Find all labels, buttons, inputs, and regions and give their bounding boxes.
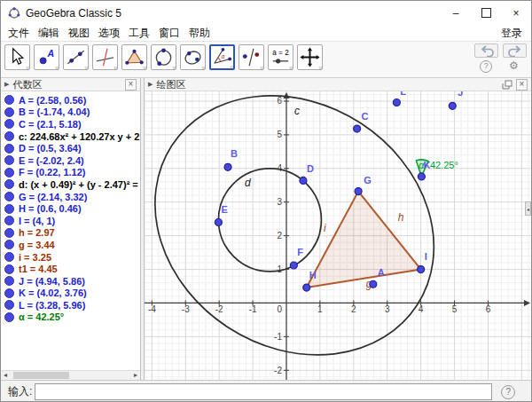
algebra-item[interactable]: g = 3.44 — [1, 239, 140, 251]
scroll-right-icon[interactable]: ▸ — [134, 371, 137, 379]
tool-dropdown-icon[interactable]: ▿ — [172, 65, 176, 72]
point-E[interactable] — [215, 218, 222, 225]
tool-dropdown-icon[interactable]: ▿ — [143, 65, 146, 72]
tool-dropdown-icon[interactable]: ▿ — [289, 65, 293, 72]
menu-item-options[interactable]: 选项 — [94, 26, 124, 41]
point-C[interactable] — [354, 125, 361, 132]
point-K[interactable] — [418, 173, 425, 180]
menu-item-tools[interactable]: 工具 — [124, 26, 154, 41]
algebra-close-icon[interactable]: × — [125, 79, 137, 91]
algebra-item[interactable]: h = 2.97 — [1, 227, 140, 240]
graphics-close-icon[interactable]: × — [516, 79, 528, 91]
algebra-item[interactable]: D = (0.5, 3.64) — [1, 142, 140, 154]
algebra-item[interactable]: E = (-2.02, 2.4) — [1, 154, 140, 167]
minimize-button[interactable]: – — [441, 1, 471, 25]
menu-item-help[interactable]: 帮助 — [184, 26, 215, 41]
algebra-hscrollbar[interactable]: ◂ ▸ — [1, 370, 140, 380]
algebra-item[interactable]: I = (4, 1) — [1, 215, 140, 227]
input-help-icon[interactable]: ? — [501, 385, 515, 399]
tool-dropdown-icon[interactable]: ▿ — [201, 65, 205, 72]
panel-collapse-handle[interactable]: ◂ — [525, 201, 531, 216]
point-H[interactable] — [303, 284, 310, 291]
move-tool[interactable]: ▿ — [4, 44, 30, 70]
tool-dropdown-icon[interactable]: ▿ — [318, 65, 322, 72]
toolbar-help-icon[interactable]: ? — [480, 60, 492, 73]
graphics-collapse-icon[interactable]: ▶ — [148, 81, 153, 88]
algebra-item[interactable]: L = (3.28, 5.96) — [1, 299, 140, 311]
graphics-canvas[interactable]: -4-3-2-1123456-2-11234560cdhigα42.25°ABC… — [145, 91, 531, 380]
algebra-collapse-icon[interactable]: ▶ — [4, 81, 9, 88]
menu-item-file[interactable]: 文件 — [4, 26, 34, 41]
tool-dropdown-icon[interactable]: ▿ — [55, 65, 59, 72]
line-tool[interactable]: ▿ — [63, 44, 89, 70]
point-A[interactable] — [370, 280, 377, 288]
point-I[interactable] — [418, 266, 425, 273]
visibility-toggle[interactable] — [4, 155, 14, 165]
algebra-item[interactable]: F = (0.22, 1.12) — [1, 167, 140, 179]
point-L[interactable] — [393, 99, 400, 106]
algebra-item[interactable]: J = (4.94, 5.86) — [1, 275, 140, 288]
visibility-toggle[interactable] — [4, 252, 14, 262]
menu-item-edit[interactable]: 编辑 — [34, 26, 64, 41]
point-J[interactable] — [449, 102, 456, 109]
algebra-item[interactable]: i = 3.25 — [1, 251, 140, 264]
visibility-toggle[interactable] — [4, 168, 14, 177]
graphics-popout-icon[interactable] — [502, 80, 512, 90]
algebra-item[interactable]: H = (0.6, 0.46) — [1, 202, 140, 215]
visibility-toggle[interactable] — [4, 312, 14, 322]
visibility-toggle[interactable] — [4, 119, 14, 129]
point-G[interactable] — [355, 188, 362, 195]
algebra-item[interactable]: α = 42.25° — [1, 311, 140, 324]
visibility-toggle[interactable] — [4, 131, 14, 141]
reflect-tool[interactable]: ▿ — [239, 44, 264, 70]
algebra-item[interactable]: K = (4.02, 3.76) — [1, 288, 140, 300]
close-button[interactable]: × — [501, 1, 531, 25]
algebra-item[interactable]: C = (2.1, 5.18) — [1, 118, 140, 130]
visibility-toggle[interactable] — [4, 240, 14, 249]
point-tool[interactable]: A▿ — [34, 44, 59, 70]
algebra-item[interactable]: d: (x + 0.49)² + (y - 2.47)² = 2.34 — [1, 178, 140, 191]
move-graphics-tool[interactable]: ▿ — [297, 44, 323, 70]
visibility-toggle[interactable] — [4, 95, 14, 105]
menu-item-view[interactable]: 视图 — [64, 26, 94, 41]
visibility-toggle[interactable] — [4, 107, 14, 117]
visibility-toggle[interactable] — [4, 179, 14, 189]
algebra-item[interactable]: c: 224.68x² + 120.27x y + 250.8 — [1, 130, 140, 143]
visibility-toggle[interactable] — [4, 216, 14, 225]
visibility-toggle[interactable] — [4, 204, 14, 214]
visibility-toggle[interactable] — [4, 192, 14, 201]
undo-button[interactable] — [474, 43, 498, 58]
menu-item-window[interactable]: 窗口 — [154, 26, 184, 41]
redo-button[interactable] — [503, 43, 527, 58]
tool-dropdown-icon[interactable]: ▿ — [84, 65, 88, 72]
visibility-toggle[interactable] — [4, 276, 14, 286]
point-D[interactable] — [300, 177, 307, 184]
visibility-toggle[interactable] — [4, 264, 14, 274]
maximize-button[interactable] — [471, 1, 501, 25]
point-B[interactable] — [224, 163, 231, 170]
tool-dropdown-icon[interactable]: ▿ — [260, 65, 263, 72]
scroll-left-icon[interactable]: ◂ — [4, 371, 7, 379]
tool-dropdown-icon[interactable]: ▿ — [230, 64, 233, 71]
polygon-tool[interactable]: ▿ — [121, 44, 147, 70]
algebra-item[interactable]: G = (2.14, 3.32) — [1, 191, 140, 203]
tool-dropdown-icon[interactable]: ▿ — [113, 65, 117, 72]
visibility-toggle[interactable] — [4, 228, 14, 238]
triangle-polygon[interactable] — [307, 192, 421, 288]
algebra-item[interactable]: B = (-1.74, 4.04) — [1, 106, 140, 119]
tool-dropdown-icon[interactable]: ▿ — [26, 65, 29, 72]
slider-tool[interactable]: a = 2▿ — [268, 44, 293, 70]
login-button[interactable]: 登录 — [497, 26, 531, 41]
settings-gear-icon[interactable]: ⚙ — [509, 60, 519, 73]
command-input[interactable] — [35, 383, 492, 400]
perpendicular-line-tool[interactable]: ▿ — [92, 44, 118, 70]
scroll-thumb[interactable] — [13, 372, 69, 379]
visibility-toggle[interactable] — [4, 144, 14, 154]
algebra-item[interactable]: t1 = 4.45 — [1, 263, 140, 275]
visibility-toggle[interactable] — [4, 300, 14, 310]
angle-tool[interactable]: α▿ — [209, 44, 235, 70]
point-F[interactable] — [290, 262, 297, 269]
visibility-toggle[interactable] — [4, 288, 14, 298]
circle-tool[interactable]: ▿ — [151, 44, 176, 70]
algebra-item[interactable]: A = (2.58, 0.56) — [1, 94, 140, 106]
